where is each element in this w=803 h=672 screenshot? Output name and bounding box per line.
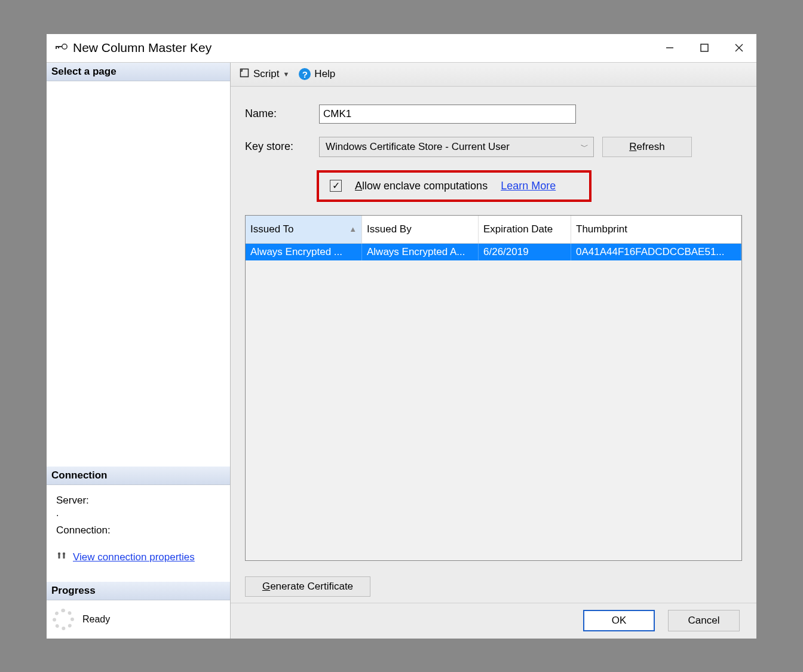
server-value: . <box>56 508 220 518</box>
toolbar: Script ▼ ? Help <box>231 63 756 87</box>
help-button[interactable]: ? Help <box>296 67 338 81</box>
cell-thumbprint: 0A41A44F16FADCDCCBAE51... <box>571 244 741 260</box>
chevron-down-icon: ▼ <box>283 70 289 78</box>
progress-body: Ready <box>47 600 230 639</box>
ok-button[interactable]: OK <box>583 610 655 631</box>
chevron-down-icon: ﹀ <box>581 142 589 152</box>
cell-expiration: 6/26/2019 <box>479 244 571 260</box>
svg-rect-5 <box>701 44 708 51</box>
sidebar: Select a page Connection Server: . Conne… <box>47 63 231 639</box>
maximize-button[interactable] <box>687 34 722 62</box>
cancel-button[interactable]: Cancel <box>668 610 740 631</box>
sort-asc-icon: ▲ <box>349 225 357 234</box>
key-icon <box>55 41 68 54</box>
grid-row[interactable]: Always Encrypted ... Always Encrypted A.… <box>246 244 741 260</box>
form-area: Name: Key store: Windows Certificate Sto… <box>231 87 756 603</box>
enclave-highlight-box: ✓ Allow enclave computations Learn More <box>317 170 591 202</box>
allow-enclave-label: Allow enclave computations <box>355 180 488 192</box>
certificates-grid[interactable]: Issued To ▲ Issued By Expiration Date Th… <box>245 215 742 561</box>
col-thumbprint[interactable]: Thumbprint <box>571 216 741 243</box>
progress-spinner-icon <box>53 609 74 630</box>
svg-rect-3 <box>58 46 59 48</box>
col-issued-by[interactable]: Issued By <box>362 216 479 243</box>
connection-icon <box>56 551 68 564</box>
generate-certificate-button[interactable]: Generate Certificate <box>245 576 370 597</box>
svg-point-0 <box>62 44 67 49</box>
cell-issued-to: Always Encrypted ... <box>246 244 362 260</box>
svg-point-10 <box>63 552 65 554</box>
svg-rect-9 <box>59 555 60 559</box>
script-label: Script <box>253 68 279 80</box>
progress-header: Progress <box>47 582 230 600</box>
help-label: Help <box>314 68 335 80</box>
titlebar: New Column Master Key <box>47 34 756 63</box>
keystore-value: Windows Certificate Store - Current User <box>326 141 510 153</box>
learn-more-link[interactable]: Learn More <box>501 180 556 192</box>
select-page-body <box>47 81 230 467</box>
window-title: New Column Master Key <box>73 41 652 55</box>
grid-header-row: Issued To ▲ Issued By Expiration Date Th… <box>246 216 741 244</box>
svg-rect-2 <box>56 46 57 49</box>
dialog-footer: OK Cancel <box>231 603 756 639</box>
col-issued-to[interactable]: Issued To ▲ <box>246 216 362 243</box>
main-panel: Script ▼ ? Help Name: Key store: Windows… <box>231 63 756 639</box>
col-expiration[interactable]: Expiration Date <box>479 216 571 243</box>
content-area: Select a page Connection Server: . Conne… <box>47 63 756 639</box>
select-page-header: Select a page <box>47 63 230 81</box>
progress-status: Ready <box>82 614 110 625</box>
view-connection-properties-link[interactable]: View connection properties <box>73 551 195 563</box>
svg-point-8 <box>58 552 60 554</box>
minimize-button[interactable] <box>652 34 687 62</box>
script-icon <box>239 67 250 81</box>
keystore-select[interactable]: Windows Certificate Store - Current User… <box>319 137 594 157</box>
help-icon: ? <box>299 68 311 80</box>
name-row: Name: <box>245 105 742 124</box>
view-connection-row: View connection properties <box>56 551 220 564</box>
connection-header: Connection <box>47 467 230 485</box>
allow-enclave-checkbox[interactable]: ✓ <box>330 180 342 192</box>
cell-issued-by: Always Encrypted A... <box>362 244 479 260</box>
generate-certificate-row: Generate Certificate <box>245 576 742 597</box>
window-controls <box>652 34 756 62</box>
name-input[interactable] <box>319 105 576 124</box>
svg-rect-11 <box>63 555 65 559</box>
close-button[interactable] <box>722 34 756 62</box>
keystore-label: Key store: <box>245 140 311 153</box>
refresh-button[interactable]: Refresh <box>602 137 692 157</box>
connection-label: Connection: <box>56 524 220 536</box>
script-button[interactable]: Script ▼ <box>237 66 292 82</box>
dialog-window: New Column Master Key Select a page Conn… <box>46 33 757 639</box>
name-label: Name: <box>245 108 311 120</box>
keystore-row: Key store: Windows Certificate Store - C… <box>245 137 742 157</box>
col-issued-to-label: Issued To <box>250 223 293 235</box>
connection-body: Server: . Connection: View connection pr… <box>47 485 230 582</box>
server-label: Server: <box>56 495 220 507</box>
